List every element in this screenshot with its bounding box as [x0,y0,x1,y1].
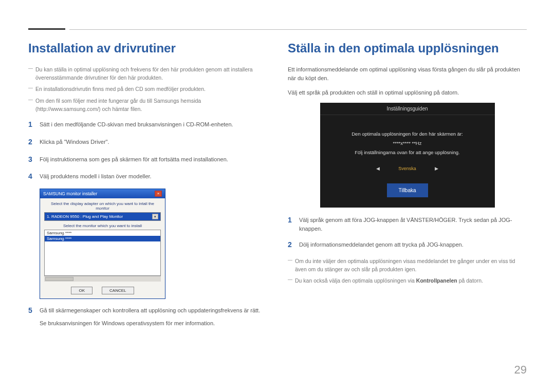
list-item: 1 Sätt i den medföljande CD-skivan med b… [28,119,267,130]
left-column: Installation av drivrutiner Du kan ställ… [28,41,267,334]
list-item[interactable]: Samsung **** [45,230,160,236]
left-notes: Du kan ställa in optimal upplösning och … [28,65,267,113]
note-text: Du kan också välja den optimala upplösni… [295,277,416,284]
close-icon[interactable]: × [155,191,162,197]
osd-line: Följ inställningarna ovan för att ange u… [330,148,485,157]
installer-dialog: SAMSUNG monitor installer × Select the d… [40,189,165,299]
dialog-label: Select the display adapter on which you … [44,201,161,211]
step-text: Klicka på "Windows Driver". [40,137,267,146]
osd-resolution: ****x**** **Hz [330,139,485,148]
intro-text: Välj ett språk på produkten och ställ in… [288,88,527,98]
dialog-label: Select the monitor which you want to ins… [44,223,161,228]
step-text: Välj produktens modell i listan över mod… [40,171,267,181]
right-steps: 1 Välj språk genom att föra JOG-knappen … [288,215,527,251]
step-text: Gå till skärmegenskaper och kontrollera … [40,305,267,328]
list-item: 3 Följ instruktionerna som ges på skärme… [28,154,267,165]
triangle-right-icon[interactable]: ▶ [435,164,438,173]
cancel-button[interactable]: CANCEL [102,287,134,294]
intro-text: Ett informationsmeddelande om optimal up… [288,65,527,83]
list-item: 5 Gå till skärmegenskaper och kontroller… [28,305,267,328]
list-item[interactable]: Samsung **** [45,236,160,241]
list-item: 1 Välj språk genom att föra JOG-knappen … [288,215,527,233]
note-item: Om du inte väljer den optimala upplösnin… [288,257,527,274]
monitor-list[interactable]: Samsung **** Samsung **** [44,230,161,276]
scrollbar[interactable] [44,276,161,282]
note-item: Du kan ställa in optimal upplösning och … [28,65,267,82]
ok-button[interactable]: OK [71,287,92,294]
step-number: 4 [28,171,40,182]
triangle-left-icon[interactable]: ◀ [376,164,380,173]
step-text: Dölj informationsmeddelandet genom att t… [299,239,527,249]
chevron-down-icon[interactable]: ▾ [152,214,158,219]
step-text: Följ instruktionerna som ges på skärmen … [40,154,267,164]
step-text-main: Gå till skärmegenskaper och kontrollera … [40,307,260,313]
note-item: Du kan också välja den optimala upplösni… [288,276,527,285]
note-bold: Kontrollpanelen [416,277,457,284]
left-heading: Installation av drivrutiner [28,41,267,56]
header-rule [28,28,527,30]
step-number: 1 [288,215,299,226]
language-value: Svenska [398,164,416,173]
osd-panel: Inställningsguiden Den optimala upplösni… [320,103,495,208]
step-text: Sätt i den medföljande CD-skivan med bru… [40,119,267,129]
list-item: 4 Välj produktens modell i listan över m… [28,171,267,182]
language-selector[interactable]: ◀ Svenska ▶ [330,164,485,173]
step-number: 2 [28,137,40,148]
right-heading: Ställa in den optimala upplösningen [288,41,527,56]
page-number: 29 [514,363,527,377]
osd-line: Den optimala upplösningen för den här sk… [330,129,485,139]
list-item: 2 Klicka på "Windows Driver". [28,137,267,148]
step-number: 3 [28,154,40,165]
note-item: Om den fil som följer med inte fungerar … [28,97,267,114]
osd-title: Inställningsguiden [320,103,495,115]
step-number: 1 [28,119,40,130]
note-text: på datorn. [457,277,483,284]
right-column: Ställa in den optimala upplösningen Ett … [288,41,527,334]
left-steps: 1 Sätt i den medföljande CD-skivan med b… [28,119,267,182]
right-notes: Om du inte väljer den optimala upplösnin… [288,257,527,285]
back-button[interactable]: Tillbaka [387,183,428,197]
step-text: Välj språk genom att föra JOG-knappen åt… [299,215,527,233]
note-item: En installationsdrivrutin finns med på d… [28,85,267,93]
step-text-sub: Se bruksanvisningen för Windows operativ… [40,319,267,328]
list-item: 2 Dölj informationsmeddelandet genom att… [288,239,527,251]
adapter-select[interactable]: 1. RADEON 9550 : Plug and Play Monitor ▾ [44,212,161,221]
dialog-titlebar: SAMSUNG monitor installer × [40,189,165,198]
step-number: 5 [28,305,40,316]
left-steps-continued: 5 Gå till skärmegenskaper och kontroller… [28,305,267,328]
dialog-title: SAMSUNG monitor installer [43,191,97,196]
step-number: 2 [288,239,299,251]
adapter-value: 1. RADEON 9550 : Plug and Play Monitor [47,214,123,219]
